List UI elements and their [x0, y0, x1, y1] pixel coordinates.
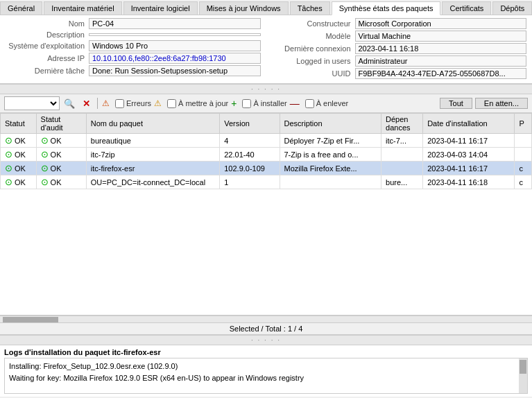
- cell-nom: OU=PC_DC=it-connect_DC=local: [86, 175, 219, 189]
- cell-statut: ⊙ OK: [1, 148, 37, 162]
- ok-circle-icon: ⊙: [41, 177, 49, 187]
- label-derniere-tache: Dernière tâche: [6, 67, 89, 75]
- filter-update-label: À mettre à jour: [178, 99, 228, 107]
- separator-1: [97, 98, 98, 109]
- label-nom: Nom: [6, 19, 89, 28]
- tab-synthese[interactable]: Synthèse états des paquets: [332, 1, 441, 15]
- cell-date: 2023-04-11 16:17: [423, 162, 515, 175]
- filter-install-label: À installer: [253, 99, 286, 107]
- table-row[interactable]: ⊙ OK ⊙ OK OU=PC_DC=it-connect_DC=local 1…: [1, 175, 532, 189]
- label-uuid: UUID: [272, 69, 355, 78]
- horizontal-scrollbar[interactable]: [0, 315, 532, 322]
- filter-erreurs-checkbox[interactable]: [115, 99, 124, 108]
- filter-erreurs-label: Erreurs: [126, 99, 151, 107]
- col-p: P: [515, 114, 532, 134]
- cell-description: Mozilla Firefox Exte...: [280, 162, 381, 175]
- cell-description: 7-Zip is a free and o...: [280, 148, 381, 162]
- cell-version: 102.9.0-109: [220, 162, 280, 175]
- log-scrollbar-thumb: [520, 360, 526, 374]
- filter-install-checkbox[interactable]: [242, 99, 251, 108]
- tab-bar: Général Inventaire matériel Inventaire l…: [0, 0, 532, 15]
- log-section: Logs d'installation du paquet itc-firefo…: [0, 345, 532, 397]
- packages-table: Statut Statutd'audit Nom du paquet Versi…: [0, 113, 532, 189]
- filter-remove-group: À enlever: [305, 99, 348, 108]
- col-dependances: Dépendances: [381, 114, 423, 134]
- tab-inventaire-logiciel[interactable]: Inventaire logiciel: [123, 1, 198, 15]
- clear-button[interactable]: ✕: [79, 96, 93, 110]
- table-container[interactable]: Statut Statutd'audit Nom du paquet Versi…: [0, 113, 532, 315]
- value-derniere-connexion: 2023-04-11 16:18: [355, 43, 527, 54]
- tab-inventaire-materiel[interactable]: Inventaire matériel: [44, 1, 122, 15]
- label-constructeur: Constructeur: [272, 19, 355, 28]
- value-constructeur: Microsoft Corporation: [355, 18, 527, 29]
- btn-tout[interactable]: Tout: [440, 98, 472, 109]
- cell-audit: ⊙ OK: [36, 175, 86, 189]
- filter-install-group: À installer: [242, 99, 286, 108]
- col-audit: Statutd'audit: [36, 114, 86, 134]
- ok-circle-icon: ⊙: [5, 177, 12, 187]
- tab-certificats[interactable]: Certificats: [442, 1, 491, 15]
- cell-description: [280, 175, 381, 189]
- cell-version: 4: [220, 134, 280, 148]
- cell-dependances: [381, 162, 423, 175]
- col-version: Version: [220, 114, 280, 134]
- log-content: Installing: Firefox_Setup_102.9.0esr.exe…: [4, 358, 528, 394]
- tab-taches[interactable]: Tâches: [290, 1, 330, 15]
- scrollbar-thumb: [3, 317, 58, 322]
- table-row[interactable]: ⊙ OK ⊙ OK bureautique 4 Déployer 7-Zip e…: [1, 134, 532, 148]
- table-row[interactable]: ⊙ OK ⊙ OK itc-firefox-esr 102.9.0-109 Mo…: [1, 162, 532, 175]
- btn-en-attente[interactable]: En atten...: [475, 98, 528, 109]
- tab-mises-a-jour[interactable]: Mises à jour Windows: [199, 1, 289, 15]
- plus-icon: +: [231, 98, 237, 109]
- label-description: Description: [6, 31, 89, 39]
- warning-icon: ⚠: [154, 98, 162, 108]
- label-modele: Modèle: [272, 32, 355, 40]
- col-date: Date d'installation: [423, 114, 515, 134]
- ok-circle-icon: ⊙: [41, 163, 49, 173]
- label-logged-in: Logged in users: [272, 57, 355, 65]
- cell-description: Déployer 7-Zip et Fir...: [280, 134, 381, 148]
- cell-nom: itc-firefox-esr: [86, 162, 219, 175]
- cell-audit: ⊙ OK: [36, 134, 86, 148]
- toolbar: 🔍 ✕ ⚠ Erreurs ⚠ À mettre à jour + À inst…: [0, 94, 532, 113]
- filter-select[interactable]: [4, 96, 60, 110]
- cell-p: c: [515, 162, 532, 175]
- divider-handle[interactable]: · · · · ·: [0, 84, 532, 94]
- cell-p: c: [515, 175, 532, 189]
- ok-circle-icon: ⊙: [41, 149, 49, 159]
- log-title: Logs d'installation du paquet itc-firefo…: [4, 348, 528, 356]
- label-ip: Adresse IP: [6, 54, 89, 62]
- value-uuid: F9BF9B4A-4243-47ED-A725-0550687D8...: [355, 68, 527, 79]
- cell-date: 2023-04-03 14:04: [423, 148, 515, 162]
- cell-date: 2023-04-11 16:18: [423, 175, 515, 189]
- value-ip: 10.10.100.6,fe80::2ee8:6a27:fb98:1730: [89, 53, 261, 64]
- log-line: Installing: Firefox_Setup_102.9.0esr.exe…: [9, 361, 523, 372]
- value-nom: PC-04: [89, 18, 261, 29]
- cell-dependances: bure...: [381, 175, 423, 189]
- divider-handle-2[interactable]: · · · · ·: [0, 335, 532, 345]
- cell-version: 22.01-40: [220, 148, 280, 162]
- filter-update-group: À mettre à jour: [167, 99, 228, 108]
- label-os: Système d'exploitation: [6, 42, 89, 50]
- table-row[interactable]: ⊙ OK ⊙ OK itc-7zip 22.01-40 7-Zip is a f…: [1, 148, 532, 162]
- cell-nom: bureautique: [86, 134, 219, 148]
- ok-circle-icon: ⊙: [5, 149, 12, 159]
- filter-remove-checkbox[interactable]: [305, 99, 314, 108]
- ok-circle-icon: ⊙: [5, 135, 12, 146]
- tab-general[interactable]: Général: [0, 1, 42, 15]
- table-area: Statut Statutd'audit Nom du paquet Versi…: [0, 113, 532, 322]
- filter-update-checkbox[interactable]: [167, 99, 176, 108]
- value-derniere-tache: Done: Run Session-Setupsession-setup: [89, 65, 261, 76]
- log-line: Waiting for key: Mozilla Firefox 102.9.0…: [9, 372, 523, 384]
- status-bar: Selected / Total : 1 / 4: [0, 322, 532, 335]
- cell-dependances: itc-7...: [381, 134, 423, 148]
- log-scrollbar[interactable]: [519, 358, 527, 393]
- cell-nom: itc-7zip: [86, 148, 219, 162]
- cell-statut: ⊙ OK: [1, 134, 37, 148]
- tab-depots[interactable]: Dépôts: [492, 1, 532, 15]
- cell-statut: ⊙ OK: [1, 162, 37, 175]
- search-button[interactable]: 🔍: [62, 96, 76, 110]
- col-nom: Nom du paquet: [86, 114, 219, 134]
- error-icon: ⚠: [102, 98, 110, 108]
- filter-remove-label: À enlever: [316, 99, 348, 107]
